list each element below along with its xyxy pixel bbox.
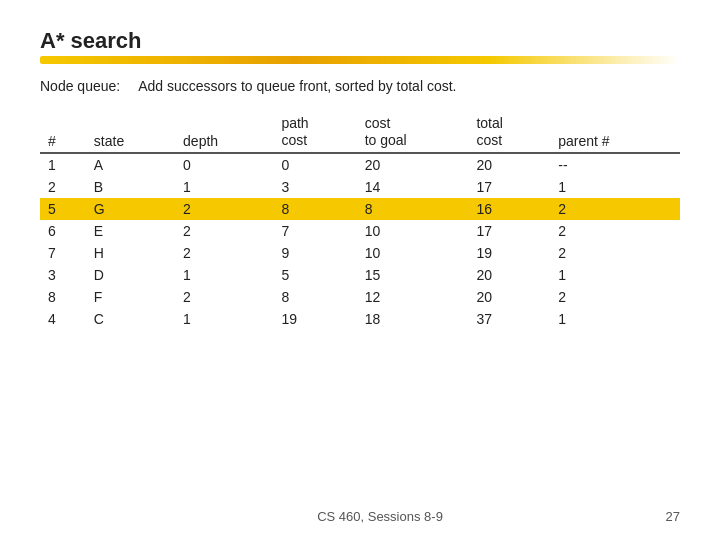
col-header-path-cost: pathcost <box>273 112 356 153</box>
cell-6-5: 20 <box>468 286 550 308</box>
cell-2-0: 5 <box>40 198 86 220</box>
cell-5-0: 3 <box>40 264 86 286</box>
cell-4-1: H <box>86 242 175 264</box>
cell-3-0: 6 <box>40 220 86 242</box>
col-header-cost-to-goal: costto goal <box>357 112 469 153</box>
cell-1-1: B <box>86 176 175 198</box>
cell-0-6: -- <box>550 153 680 176</box>
subtitle-row: Node queue: Add successors to queue fron… <box>40 78 680 94</box>
col-header-parent: parent # <box>550 112 680 153</box>
cell-6-6: 2 <box>550 286 680 308</box>
title-area: A* search <box>40 28 680 64</box>
table-header-row: # state depth pathcost costto goal total… <box>40 112 680 153</box>
table-body: 1A002020--2B13141715G2881626E27101727H29… <box>40 153 680 330</box>
table-row: 6E2710172 <box>40 220 680 242</box>
node-queue-label: Node queue: <box>40 78 120 94</box>
cell-4-2: 2 <box>175 242 273 264</box>
cell-7-6: 1 <box>550 308 680 330</box>
cell-4-3: 9 <box>273 242 356 264</box>
page-title: A* search <box>40 28 680 54</box>
cell-0-0: 1 <box>40 153 86 176</box>
cell-4-6: 2 <box>550 242 680 264</box>
footer-text: CS 460, Sessions 8-9 <box>40 509 720 524</box>
cell-7-4: 18 <box>357 308 469 330</box>
cell-1-3: 3 <box>273 176 356 198</box>
cell-6-4: 12 <box>357 286 469 308</box>
cell-2-3: 8 <box>273 198 356 220</box>
main-table: # state depth pathcost costto goal total… <box>40 112 680 330</box>
table-row: 2B1314171 <box>40 176 680 198</box>
cell-1-4: 14 <box>357 176 469 198</box>
cell-5-5: 20 <box>468 264 550 286</box>
page-container: A* search Node queue: Add successors to … <box>0 0 720 540</box>
table-row: 7H2910192 <box>40 242 680 264</box>
cell-3-1: E <box>86 220 175 242</box>
table-row: 4C11918371 <box>40 308 680 330</box>
cell-5-3: 5 <box>273 264 356 286</box>
cell-3-2: 2 <box>175 220 273 242</box>
cell-7-3: 19 <box>273 308 356 330</box>
col-header-state: state <box>86 112 175 153</box>
cell-4-4: 10 <box>357 242 469 264</box>
cell-7-2: 1 <box>175 308 273 330</box>
cell-4-5: 19 <box>468 242 550 264</box>
subtitle-description: Add successors to queue front, sorted by… <box>138 78 456 94</box>
table-row: 8F2812202 <box>40 286 680 308</box>
cell-6-0: 8 <box>40 286 86 308</box>
cell-1-5: 17 <box>468 176 550 198</box>
cell-3-3: 7 <box>273 220 356 242</box>
col-header-total-cost: totalcost <box>468 112 550 153</box>
table-row: 1A002020-- <box>40 153 680 176</box>
cell-0-3: 0 <box>273 153 356 176</box>
cell-6-1: F <box>86 286 175 308</box>
cell-3-4: 10 <box>357 220 469 242</box>
page-number: 27 <box>666 509 680 524</box>
cell-4-0: 7 <box>40 242 86 264</box>
cell-7-0: 4 <box>40 308 86 330</box>
cell-0-1: A <box>86 153 175 176</box>
cell-0-5: 20 <box>468 153 550 176</box>
cell-5-2: 1 <box>175 264 273 286</box>
cell-3-6: 2 <box>550 220 680 242</box>
cell-0-2: 0 <box>175 153 273 176</box>
cell-6-2: 2 <box>175 286 273 308</box>
cell-7-1: C <box>86 308 175 330</box>
cell-2-2: 2 <box>175 198 273 220</box>
table-container: # state depth pathcost costto goal total… <box>40 112 680 330</box>
cell-1-0: 2 <box>40 176 86 198</box>
cell-3-5: 17 <box>468 220 550 242</box>
cell-2-1: G <box>86 198 175 220</box>
cell-1-2: 1 <box>175 176 273 198</box>
cell-5-6: 1 <box>550 264 680 286</box>
cell-6-3: 8 <box>273 286 356 308</box>
cell-5-4: 15 <box>357 264 469 286</box>
cell-2-4: 8 <box>357 198 469 220</box>
cell-7-5: 37 <box>468 308 550 330</box>
cell-1-6: 1 <box>550 176 680 198</box>
cell-2-5: 16 <box>468 198 550 220</box>
table-row: 3D1515201 <box>40 264 680 286</box>
cell-2-6: 2 <box>550 198 680 220</box>
cell-0-4: 20 <box>357 153 469 176</box>
cell-5-1: D <box>86 264 175 286</box>
footer: CS 460, Sessions 8-9 27 <box>0 509 720 524</box>
col-header-depth: depth <box>175 112 273 153</box>
title-underline <box>40 56 680 64</box>
table-row: 5G288162 <box>40 198 680 220</box>
col-header-num: # <box>40 112 86 153</box>
